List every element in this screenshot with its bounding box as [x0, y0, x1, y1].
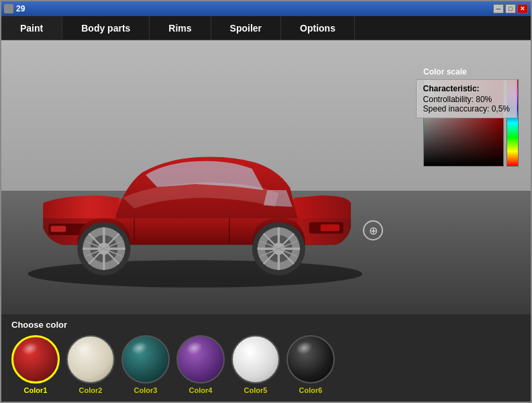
window-title-area: 29 [4, 4, 25, 13]
speed-inaccuracy-text: Speed inaccuracy: 0,5% [423, 104, 510, 114]
menu-item-rims[interactable]: Rims [150, 16, 211, 40]
swatch-label-1: Color1 [24, 386, 48, 394]
characteristics-panel: Characteristic: Controllability: 80% Spe… [416, 79, 517, 118]
color-swatch-3[interactable] [121, 335, 170, 384]
color-swatch-item-1[interactable]: Color1 [11, 335, 60, 394]
svg-point-0 [28, 260, 362, 287]
controllability-text: Controllability: 80% [423, 95, 510, 104]
svg-rect-2 [51, 226, 66, 232]
color-swatch-4[interactable] [176, 335, 225, 384]
choose-color-label: Choose color [11, 320, 521, 330]
color-swatch-item-5[interactable]: Color5 [231, 335, 280, 394]
characteristics-title: Characteristic: [423, 84, 510, 93]
menubar: Paint Body parts Rims Spoiler Options [1, 16, 531, 40]
swatch-label-2: Color2 [79, 386, 103, 394]
menu-item-spoiler[interactable]: Spoiler [211, 16, 281, 40]
color-swatch-5[interactable] [231, 335, 280, 384]
swatch-label-4: Color4 [189, 386, 213, 394]
window-controls: ─ □ ✕ [493, 4, 528, 13]
color-swatch-2[interactable] [66, 335, 115, 384]
color-swatch-1[interactable] [11, 335, 60, 384]
window-icon [4, 4, 13, 13]
window-title: 29 [16, 4, 25, 13]
car-display-area [1, 54, 396, 314]
main-window: 29 ─ □ ✕ Paint Body parts Rims Spoiler O… [0, 0, 532, 403]
menu-item-paint[interactable]: Paint [1, 16, 62, 40]
minimize-button[interactable]: ─ [493, 4, 504, 13]
main-content: Characteristic: Controllability: 80% Spe… [1, 40, 531, 314]
color-scale-title: Color scale [423, 67, 521, 77]
center-icon[interactable]: ⊕ [363, 220, 383, 240]
color-swatch-item-4[interactable]: Color4 [176, 335, 225, 394]
color-swatch-item-3[interactable]: Color3 [121, 335, 170, 394]
color-swatch-item-2[interactable]: Color2 [66, 335, 115, 394]
color-swatch-item-6[interactable]: Color6 [286, 335, 335, 394]
menu-item-options[interactable]: Options [281, 16, 355, 40]
menu-item-body-parts[interactable]: Body parts [62, 16, 150, 40]
swatch-label-3: Color3 [134, 386, 158, 394]
swatch-label-6: Color6 [299, 386, 323, 394]
maximize-button[interactable]: □ [505, 4, 516, 13]
car-image [1, 54, 396, 314]
svg-rect-4 [321, 224, 339, 231]
color-swatch-6[interactable] [286, 335, 335, 384]
bottom-panel: Choose color Color1 Color2 Color3 Color4… [1, 314, 531, 402]
color-swatches-container: Color1 Color2 Color3 Color4 Color5 Color [11, 335, 521, 394]
swatch-label-5: Color5 [244, 386, 268, 394]
titlebar: 29 ─ □ ✕ [1, 1, 531, 16]
close-button[interactable]: ✕ [517, 4, 528, 13]
